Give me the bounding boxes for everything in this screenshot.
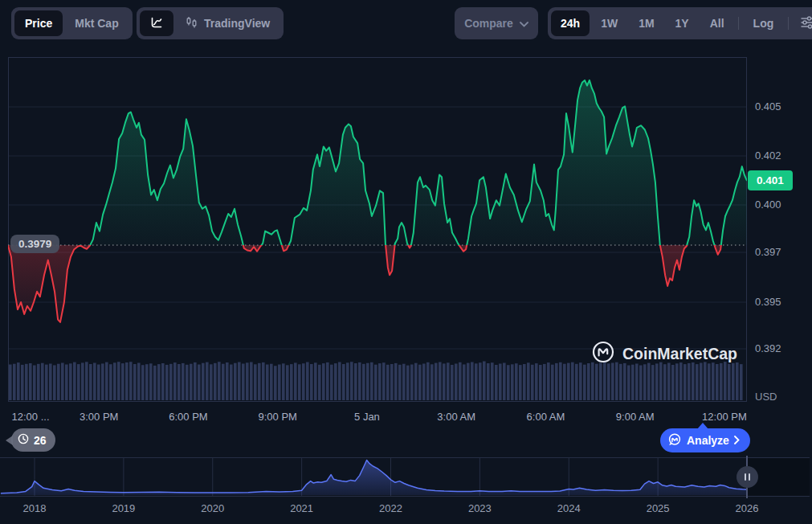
timeline-handle[interactable] xyxy=(737,466,758,488)
time-tick: 9:00 PM xyxy=(259,411,297,423)
toolbar-divider xyxy=(738,17,739,30)
range-tab-24h[interactable]: 24h xyxy=(551,10,590,36)
sliders-icon xyxy=(800,16,812,31)
coinmarketcap-logo-icon xyxy=(591,340,615,368)
compare-label: Compare xyxy=(464,17,513,30)
watermark: CoinMarketCap xyxy=(591,340,737,368)
candlestick-icon xyxy=(186,16,198,31)
chart-type-toggle: TradingView xyxy=(137,7,284,39)
price-tick: 0.395 xyxy=(755,295,781,309)
handle-grip-icon xyxy=(749,473,750,481)
year-tick: 2022 xyxy=(379,502,402,514)
time-tick: 3:00 PM xyxy=(80,411,118,423)
price-tick: 0.400 xyxy=(755,198,781,212)
analyze-label: Analyze xyxy=(687,434,729,447)
prev-close-badge: 0.3979 xyxy=(10,235,59,253)
log-toggle[interactable]: Log xyxy=(743,10,785,36)
analyze-button[interactable]: Analyze xyxy=(660,428,750,452)
crypto-price-chart-page: Price Mkt Cap TradingView xyxy=(0,0,812,524)
toolbar-divider xyxy=(788,17,789,30)
time-tick: 6:00 AM xyxy=(527,411,565,423)
year-tick: 2026 xyxy=(736,502,759,514)
range-tab-all[interactable]: All xyxy=(700,10,734,36)
price-tick: 0.402 xyxy=(755,149,781,163)
year-tick: 2024 xyxy=(557,502,581,514)
year-tick: 2020 xyxy=(201,502,224,514)
price-unit-label: USD xyxy=(755,390,777,404)
chevron-right-icon xyxy=(734,434,740,447)
year-tick: 2021 xyxy=(290,502,313,514)
compare-button[interactable]: Compare xyxy=(455,7,538,39)
tab-mktcap[interactable]: Mkt Cap xyxy=(64,10,129,36)
year-tick: 2025 xyxy=(647,502,670,514)
range-tabs: 24h1W1M1YAll xyxy=(551,10,734,36)
line-chart-icon xyxy=(150,16,163,31)
price-tick: 0.405 xyxy=(755,100,781,114)
time-tick: 6:00 PM xyxy=(169,411,207,423)
history-badge[interactable]: 26 xyxy=(11,428,55,452)
watermark-label: CoinMarketCap xyxy=(622,345,737,363)
cmc-bubble-icon xyxy=(667,432,682,449)
handle-grip-icon xyxy=(745,473,746,481)
range-tab-1w[interactable]: 1W xyxy=(591,10,627,36)
tradingview-button[interactable]: TradingView xyxy=(175,10,280,36)
time-tick: 12:00 ... xyxy=(12,411,50,423)
time-tick: 5 Jan xyxy=(354,411,380,423)
year-tick: 2019 xyxy=(112,502,135,514)
price-mktcap-toggle: Price Mkt Cap xyxy=(11,7,133,39)
time-tick: 3:00 AM xyxy=(437,411,475,423)
line-chart-type-button[interactable] xyxy=(140,10,173,36)
clock-history-icon xyxy=(17,432,30,448)
range-tab-1m[interactable]: 1M xyxy=(629,10,663,36)
price-tick: 0.397 xyxy=(755,245,781,260)
price-tick: 0.392 xyxy=(755,342,781,356)
range-selector: 24h1W1M1YAll Log xyxy=(548,7,812,39)
tradingview-label: TradingView xyxy=(204,17,270,30)
current-price-badge: 0.401 xyxy=(748,170,793,190)
time-tick: 12:00 PM xyxy=(702,411,747,423)
year-tick: 2018 xyxy=(23,502,47,514)
time-tick: 9:00 AM xyxy=(616,411,655,423)
year-tick: 2023 xyxy=(468,502,492,514)
chart-settings-button[interactable] xyxy=(793,10,812,36)
history-count: 26 xyxy=(34,434,47,447)
chevron-down-icon xyxy=(520,17,528,30)
tab-price[interactable]: Price xyxy=(14,10,63,36)
range-tab-1y[interactable]: 1Y xyxy=(666,10,699,36)
